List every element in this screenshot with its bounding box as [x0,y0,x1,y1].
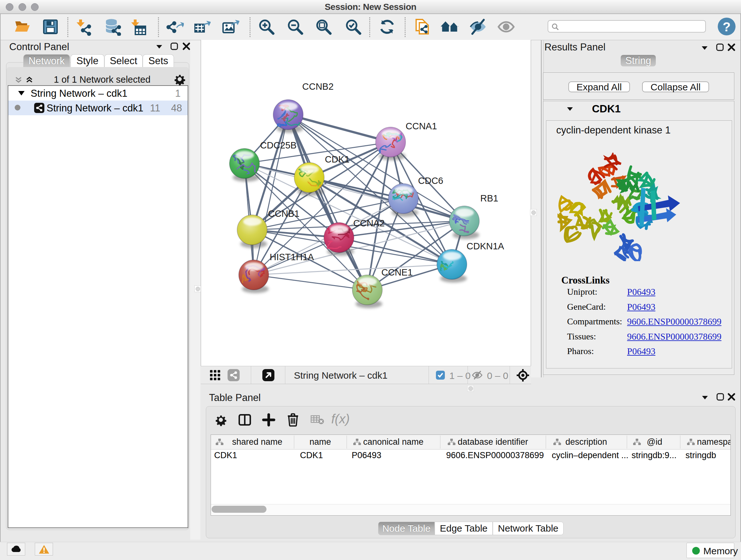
svg-text:HIST1H1A: HIST1H1A [270,252,314,262]
svg-text:RB1: RB1 [480,193,498,203]
svg-text:CDKN1A: CDKN1A [467,241,504,251]
svg-text:CDK1: CDK1 [325,154,349,165]
svg-text:CCNE1: CCNE1 [381,267,413,277]
svg-text:CDC6: CDC6 [418,176,443,186]
svg-text:CCNB2: CCNB2 [302,81,333,91]
svg-text:?: ? [723,19,731,34]
svg-text:CDC25B: CDC25B [260,140,296,150]
svg-text:CCNB1: CCNB1 [268,208,299,219]
svg-text:CCNA2: CCNA2 [353,218,385,228]
svg-text:CCNA1: CCNA1 [406,121,437,131]
